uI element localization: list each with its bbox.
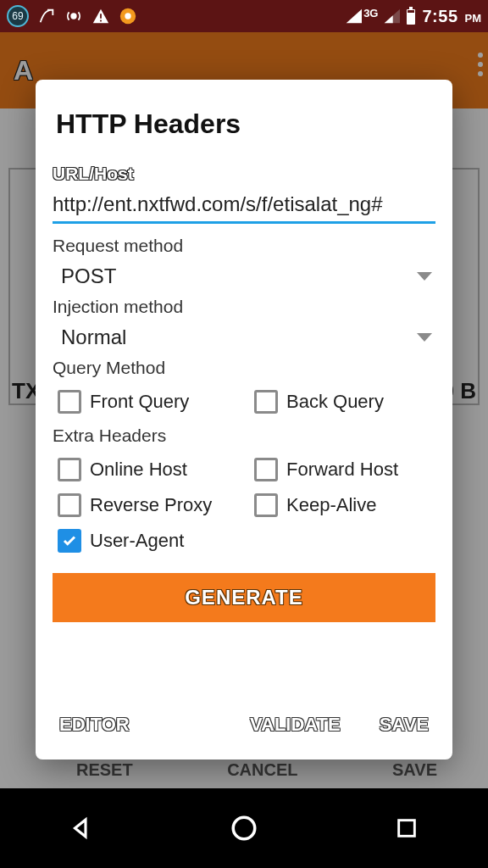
reverse-proxy-checkbox[interactable]: Reverse Proxy bbox=[58, 493, 236, 517]
validate-button[interactable]: VALIDATE bbox=[243, 710, 347, 739]
forward-host-label: Forward Host bbox=[286, 459, 398, 481]
svg-point-8 bbox=[233, 817, 255, 839]
home-button[interactable] bbox=[224, 808, 264, 849]
online-host-label: Online Host bbox=[90, 459, 187, 481]
checkbox-icon bbox=[58, 458, 81, 481]
url-host-label: URL/Host bbox=[53, 164, 435, 184]
svg-rect-1 bbox=[100, 14, 102, 19]
warning-icon bbox=[92, 7, 110, 25]
svg-rect-7 bbox=[408, 10, 414, 13]
checkbox-checked-icon bbox=[58, 529, 81, 553]
request-method-value: POST bbox=[61, 264, 116, 288]
editor-button[interactable]: EDITOR bbox=[53, 710, 136, 739]
user-agent-checkbox[interactable]: User-Agent bbox=[58, 529, 236, 553]
battery-icon bbox=[405, 7, 417, 25]
clock-time: 7:55 bbox=[422, 7, 458, 26]
back-query-checkbox[interactable]: Back Query bbox=[254, 390, 384, 414]
svg-point-4 bbox=[125, 13, 130, 19]
navigation-bar bbox=[0, 788, 488, 868]
svg-point-0 bbox=[71, 14, 76, 19]
user-agent-label: User-Agent bbox=[90, 530, 184, 552]
network-type-label: 3G bbox=[363, 7, 378, 19]
status-left: 69 bbox=[7, 5, 137, 27]
query-method-label: Query Method bbox=[53, 358, 435, 378]
injection-method-label: Injection method bbox=[53, 297, 435, 317]
back-query-label: Back Query bbox=[286, 391, 384, 413]
checkbox-icon bbox=[254, 390, 278, 414]
checkbox-icon bbox=[58, 493, 81, 517]
hotspot-icon bbox=[64, 7, 83, 25]
app-icon bbox=[119, 7, 137, 25]
http-headers-dialog: HTTP Headers URL/Host Request method POS… bbox=[36, 80, 452, 760]
chevron-down-icon bbox=[417, 333, 432, 342]
status-right: 3G 7:55 PM bbox=[345, 7, 481, 26]
checkbox-icon bbox=[254, 493, 278, 517]
reverse-proxy-label: Reverse Proxy bbox=[90, 494, 212, 516]
keep-alive-label: Keep-Alive bbox=[286, 494, 376, 516]
checkbox-icon bbox=[58, 390, 81, 414]
back-button[interactable] bbox=[61, 808, 102, 849]
forward-host-checkbox[interactable]: Forward Host bbox=[254, 458, 398, 481]
injection-method-select[interactable]: Normal bbox=[53, 320, 435, 353]
dialog-actions: EDITOR VALIDATE SAVE bbox=[53, 695, 435, 746]
signal-icon bbox=[345, 8, 362, 24]
status-bar: 69 3G 7:55 bbox=[0, 0, 488, 32]
checkbox-icon bbox=[254, 458, 278, 481]
dialog-title: HTTP Headers bbox=[53, 108, 435, 140]
screen: 69 3G 7:55 bbox=[0, 0, 488, 868]
front-query-checkbox[interactable]: Front Query bbox=[58, 390, 236, 414]
generate-button[interactable]: GENERATE bbox=[53, 573, 435, 622]
url-host-input[interactable] bbox=[53, 187, 435, 224]
recents-button[interactable] bbox=[386, 808, 427, 849]
online-host-checkbox[interactable]: Online Host bbox=[58, 458, 236, 481]
signal-2-icon bbox=[383, 8, 400, 24]
svg-rect-6 bbox=[409, 7, 413, 9]
extra-headers-label: Extra Headers bbox=[53, 426, 435, 446]
keep-alive-checkbox[interactable]: Keep-Alive bbox=[254, 493, 376, 517]
save-button[interactable]: SAVE bbox=[373, 710, 435, 739]
clock-period: PM bbox=[465, 12, 482, 25]
app-notification-icon bbox=[37, 7, 56, 25]
svg-rect-9 bbox=[399, 821, 415, 837]
request-method-select[interactable]: POST bbox=[53, 259, 435, 292]
notification-badge: 69 bbox=[7, 5, 29, 27]
svg-rect-2 bbox=[100, 20, 102, 22]
front-query-label: Front Query bbox=[90, 391, 189, 413]
injection-method-value: Normal bbox=[61, 326, 126, 349]
request-method-label: Request method bbox=[53, 236, 435, 256]
chevron-down-icon bbox=[417, 272, 432, 281]
